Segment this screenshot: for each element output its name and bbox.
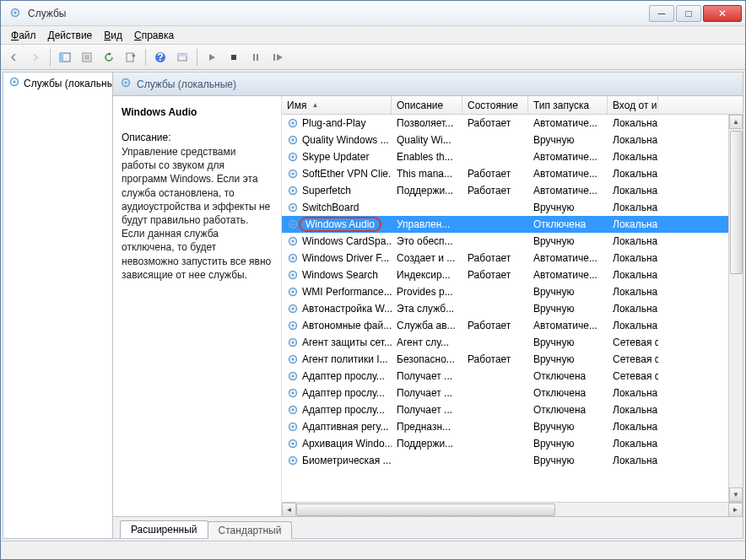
service-state xyxy=(462,138,528,142)
service-state xyxy=(462,391,528,395)
gear-icon xyxy=(287,134,299,146)
vscroll-thumb[interactable] xyxy=(730,131,743,274)
service-state: Работает xyxy=(462,116,528,131)
gear-icon xyxy=(8,76,20,90)
service-row[interactable]: Windows AudioУправлен...ОтключенаЛокальн… xyxy=(282,216,743,233)
minimize-button[interactable]: ─ xyxy=(649,5,674,22)
horizontal-scrollbar[interactable]: ◄ ► xyxy=(282,502,743,516)
gear-icon xyxy=(287,185,299,197)
menu-action[interactable]: Действие xyxy=(43,28,98,43)
svg-point-40 xyxy=(291,273,295,277)
vertical-scrollbar[interactable]: ▲ ▼ xyxy=(728,115,743,502)
nav-forward-button[interactable] xyxy=(26,48,45,67)
show-hide-tree-button[interactable] xyxy=(56,48,74,67)
svg-point-58 xyxy=(291,425,295,428)
service-logon: Локальна xyxy=(608,284,658,299)
detail-desc-text: Управление средствами работы со звуком д… xyxy=(122,145,273,282)
list-body[interactable]: Plug-and-PlayПозволяет...РаботаетАвтомат… xyxy=(282,115,743,502)
service-row[interactable]: Skype UpdaterEnables th...Автоматиче...Л… xyxy=(282,148,743,165)
tab-standard[interactable]: Стандартный xyxy=(208,521,293,539)
service-row[interactable]: SuperfetchПоддержи...РаботаетАвтоматиче.… xyxy=(282,182,743,199)
col-logon[interactable]: Вход от и xyxy=(608,96,658,114)
service-start: Отключена xyxy=(528,217,608,232)
service-name: Адаптивная регу... xyxy=(302,421,388,433)
hscroll-thumb[interactable] xyxy=(296,503,555,516)
service-row[interactable]: WMI Performance...Provides p...ВручнуюЛо… xyxy=(282,283,743,300)
gear-icon xyxy=(287,455,299,466)
tree-pane[interactable]: Службы (локальные) xyxy=(3,73,113,538)
service-desc: Quality Wi... xyxy=(392,132,462,148)
service-logon: Локальна xyxy=(608,419,658,434)
service-start: Вручную xyxy=(528,284,608,299)
close-button[interactable]: ✕ xyxy=(703,5,742,22)
service-row[interactable]: Автонастройка W...Эта служб...ВручнуюЛок… xyxy=(282,300,743,317)
service-row[interactable]: Адаптивная регу...Предназн...ВручнуюЛока… xyxy=(282,418,743,435)
scroll-left-button[interactable]: ◄ xyxy=(282,503,296,517)
service-desc: Позволяет... xyxy=(392,116,462,131)
properties-button[interactable] xyxy=(78,48,96,67)
service-row[interactable]: Windows SearchИндексир...РаботаетАвтомат… xyxy=(282,267,743,283)
vscroll-track[interactable] xyxy=(729,129,743,487)
svg-rect-3 xyxy=(60,53,63,62)
nav-back-button[interactable] xyxy=(4,48,23,67)
service-row[interactable]: Адаптер прослу...Получает ...ОтключенаЛо… xyxy=(282,385,743,401)
refresh-button[interactable] xyxy=(100,48,118,67)
scroll-up-button[interactable]: ▲ xyxy=(729,115,743,129)
service-name: Адаптер прослу... xyxy=(302,370,385,382)
service-state: Работает xyxy=(462,352,528,367)
menu-help[interactable]: Справка xyxy=(129,28,179,43)
start-service-button[interactable] xyxy=(203,48,221,67)
service-logon: Локальна xyxy=(608,200,658,215)
gear-icon xyxy=(287,151,299,163)
service-state xyxy=(462,206,528,209)
service-row[interactable]: Windows Driver F...Создает и ...Работает… xyxy=(282,250,743,267)
service-row[interactable]: Агент политики I...Безопасно...РаботаетВ… xyxy=(282,351,743,368)
service-name: SoftEther VPN Clie... xyxy=(302,168,392,180)
service-row[interactable]: Агент защиты сет...Агент слу...ВручнуюСе… xyxy=(282,334,743,351)
col-start[interactable]: Тип запуска xyxy=(528,96,608,114)
col-desc[interactable]: Описание xyxy=(392,96,462,114)
service-logon: Локальна xyxy=(608,453,658,468)
export-button[interactable] xyxy=(122,48,140,67)
pause-service-button[interactable] xyxy=(246,48,265,67)
scroll-right-button[interactable]: ► xyxy=(728,503,743,517)
restart-service-button[interactable] xyxy=(268,48,287,67)
help-button[interactable]: ? xyxy=(151,48,170,67)
maximize-button[interactable]: □ xyxy=(676,5,701,22)
service-row[interactable]: Адаптер прослу...Получает ...ОтключенаСе… xyxy=(282,368,743,385)
service-start: Вручную xyxy=(528,453,608,468)
menu-view[interactable]: Вид xyxy=(99,28,127,43)
gear-icon xyxy=(287,218,299,230)
col-state[interactable]: Состояние xyxy=(462,96,528,114)
hscroll-track[interactable] xyxy=(296,503,728,517)
service-logon: Локальна xyxy=(608,149,658,164)
service-name: Автономные фай... xyxy=(302,320,392,331)
svg-point-42 xyxy=(291,290,295,293)
col-name[interactable]: Имя▲ xyxy=(282,96,392,114)
service-desc: Получает ... xyxy=(392,402,462,417)
service-row[interactable]: SwitchBoardВручнуюЛокальна xyxy=(282,199,743,216)
svg-rect-8 xyxy=(127,53,133,62)
service-row[interactable]: Адаптер прослу...Получает ...ОтключенаЛо… xyxy=(282,401,743,418)
stop-service-button[interactable] xyxy=(224,48,243,67)
service-row[interactable]: Plug-and-PlayПозволяет...РаботаетАвтомат… xyxy=(282,115,743,132)
menu-file[interactable]: Файл xyxy=(6,28,41,43)
menu-view-label: ид xyxy=(111,30,122,41)
panel-title: Службы (локальные) xyxy=(137,78,236,90)
service-row[interactable]: Windows CardSpa...Это обесп...ВручнуюЛок… xyxy=(282,233,743,250)
titlebar[interactable]: Службы ─ □ ✕ xyxy=(1,1,745,26)
scroll-down-button[interactable]: ▼ xyxy=(729,487,743,502)
svg-point-60 xyxy=(291,442,295,445)
service-state: Работает xyxy=(462,267,528,283)
service-row[interactable]: SoftEther VPN Clie...This mana...Работае… xyxy=(282,165,743,182)
service-state: Работает xyxy=(462,318,528,333)
service-state xyxy=(462,459,528,462)
service-row[interactable]: Архивация Windo...Поддержи...ВручнуюЛока… xyxy=(282,435,743,452)
service-start: Автоматиче... xyxy=(528,183,608,198)
service-row[interactable]: Биометрическая ...ВручнуюЛокальна xyxy=(282,452,743,469)
filter-button[interactable] xyxy=(173,48,192,67)
tree-root-item[interactable]: Службы (локальные) xyxy=(3,73,112,94)
service-row[interactable]: Автономные фай...Служба ав...РаботаетАвт… xyxy=(282,317,743,334)
service-row[interactable]: Quality Windows ...Quality Wi...ВручнуюЛ… xyxy=(282,132,743,148)
tab-extended[interactable]: Расширенный xyxy=(120,520,208,538)
